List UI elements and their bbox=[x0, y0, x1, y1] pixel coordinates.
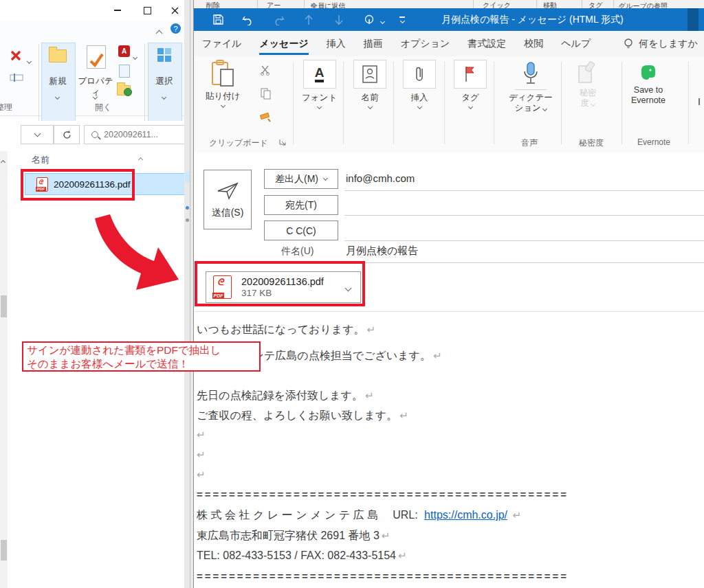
background-ribbon-strip: 削除 アー ⇰ 全員に返信 クイック 移動 タグ ⌕ グループの参照 bbox=[194, 0, 704, 8]
microphone-icon bbox=[522, 62, 540, 87]
paperclip-icon bbox=[403, 60, 436, 89]
close-icon[interactable] bbox=[164, 3, 186, 18]
tab-options[interactable]: オプション bbox=[401, 32, 450, 55]
tab-draw[interactable]: 描画 bbox=[364, 32, 383, 55]
select-dropdown-icon bbox=[162, 89, 166, 102]
signature-address-line: 東広島市志和町冠字猪伏 2691 番地 3↵ bbox=[197, 529, 390, 543]
new-folder-icon bbox=[49, 49, 67, 63]
titlebar: 月例点検の報告 - メッセージ (HTML 形式) bbox=[194, 8, 704, 31]
new-dropdown-icon bbox=[56, 89, 59, 102]
delete-icon[interactable] bbox=[10, 49, 22, 65]
undo-icon[interactable] bbox=[239, 12, 257, 28]
tags-button[interactable]: タグ bbox=[454, 60, 487, 109]
attach-file-button[interactable]: 挿入 bbox=[403, 60, 436, 109]
copy-icon[interactable] bbox=[261, 88, 272, 102]
annotation-box-file bbox=[21, 169, 135, 201]
acrobat-icon[interactable]: A bbox=[118, 45, 130, 57]
explorer-ribbon: ? 整理 新規 プロパティ A bbox=[0, 21, 184, 116]
previous-item-icon[interactable] bbox=[300, 12, 318, 28]
clipped-group: I bbox=[698, 96, 701, 107]
scroll-up-icon[interactable] bbox=[1, 155, 5, 167]
subject-label: 件名(U) bbox=[281, 245, 314, 258]
tab-format[interactable]: 書式設定 bbox=[468, 32, 506, 55]
redo-icon[interactable] bbox=[270, 12, 287, 28]
dictation-button[interactable]: ディクテーション bbox=[509, 62, 553, 113]
cut-icon[interactable] bbox=[260, 65, 271, 78]
window-title: 月例点検の報告 - メッセージ (HTML 形式) bbox=[441, 8, 624, 31]
tab-insert[interactable]: 挿入 bbox=[327, 32, 346, 55]
save-icon[interactable] bbox=[209, 12, 227, 28]
collapse-ribbon-icon[interactable] bbox=[157, 26, 162, 38]
maximize-icon[interactable] bbox=[136, 3, 158, 18]
history-icon[interactable] bbox=[117, 85, 131, 95]
subject-value[interactable]: 月例点検の報告 bbox=[346, 245, 418, 258]
minimize-icon[interactable] bbox=[107, 3, 129, 18]
refresh-button[interactable] bbox=[54, 125, 80, 144]
save-to-evernote-button[interactable]: Save toEvernote bbox=[631, 63, 666, 106]
explorer-addressbar: 2020092611... bbox=[0, 121, 184, 148]
scrollbar[interactable] bbox=[0, 151, 8, 588]
annotation-callout: サインが連動された書類をPDFで抽出し そのままお客様へメールで送信！ bbox=[22, 341, 261, 372]
scrollbar-thumb[interactable] bbox=[1, 295, 7, 317]
return-mark: ↵ bbox=[433, 350, 442, 361]
flag-icon bbox=[454, 60, 487, 89]
screenshot-root: ? 整理 新規 プロパティ A bbox=[0, 0, 704, 588]
bg-tab-move: 移動 bbox=[543, 1, 557, 8]
return-mark: ↵ bbox=[399, 409, 408, 421]
delete-dropdown-icon[interactable] bbox=[28, 54, 31, 66]
body-empty-line: ↵ bbox=[197, 429, 206, 441]
format-painter-icon[interactable] bbox=[259, 113, 272, 126]
search-value: 2020092611... bbox=[104, 130, 158, 139]
sort-ascending-icon[interactable] bbox=[139, 152, 142, 164]
to-button[interactable]: 宛先(T) bbox=[264, 195, 338, 215]
send-icon bbox=[215, 181, 240, 201]
tab-review[interactable]: 校閲 bbox=[524, 32, 543, 55]
bg-tab-archive: アー bbox=[267, 1, 280, 8]
font-button[interactable]: A フォント bbox=[302, 60, 337, 109]
signature-tel-line: TEL: 082-433-5153 / FAX: 082-433-5154↵ bbox=[197, 550, 407, 562]
callout-line-2: そのままお客様へメールで送信！ bbox=[27, 357, 256, 371]
company-name: 株式会社クレーンメンテ広島 bbox=[197, 509, 382, 521]
from-button[interactable]: 差出人(M) bbox=[264, 169, 338, 189]
touch-mode-icon[interactable] bbox=[360, 12, 378, 28]
customize-qat-icon[interactable] bbox=[399, 16, 405, 22]
select-label: 選択 bbox=[149, 76, 179, 87]
tab-file[interactable]: ファイル bbox=[202, 32, 241, 55]
annotation-arrow bbox=[82, 206, 192, 302]
clipboard-group-label: クリップボード bbox=[209, 137, 260, 149]
edit-icon[interactable] bbox=[119, 65, 130, 78]
signature-url-link[interactable]: https://cmh.co.jp/ bbox=[424, 509, 507, 521]
return-mark: ↵ bbox=[367, 324, 376, 335]
open-group-label: 開く bbox=[95, 102, 111, 113]
body-empty-line: ↵ bbox=[197, 449, 206, 461]
address-dropdown[interactable] bbox=[21, 125, 54, 144]
sensitivity-group-label: 秘密度 bbox=[573, 137, 609, 149]
clipboard-dialog-launcher-icon[interactable] bbox=[279, 136, 286, 148]
touch-mode-dropdown-icon[interactable] bbox=[381, 14, 384, 26]
name-button[interactable]: 名前 bbox=[353, 60, 386, 109]
callout-line-1: サインが連動された書類をPDFで抽出し bbox=[27, 343, 256, 357]
from-value[interactable]: info@cmh.com bbox=[346, 172, 415, 184]
body-line: ご査収の程、よろしくお願い致します。↵ bbox=[197, 409, 408, 423]
cc-button[interactable]: C C(C) bbox=[264, 220, 338, 240]
signature-divider: ========================================… bbox=[197, 570, 569, 582]
paste-button[interactable]: 貼り付け bbox=[206, 60, 241, 107]
tab-message[interactable]: メッセージ bbox=[259, 32, 308, 55]
return-mark: ↵ bbox=[382, 530, 390, 541]
next-item-icon[interactable] bbox=[330, 12, 348, 28]
search-input[interactable]: 2020092611... bbox=[84, 125, 192, 144]
paste-icon bbox=[211, 60, 234, 87]
tell-me-box[interactable]: 何をしますか bbox=[624, 38, 698, 50]
rename-icon[interactable] bbox=[10, 73, 23, 85]
acrobat-dropdown-icon[interactable] bbox=[133, 49, 137, 62]
help-icon[interactable]: ? bbox=[170, 23, 181, 34]
quick-access-toolbar bbox=[209, 8, 405, 31]
sensitivity-button: 秘密度 bbox=[576, 60, 600, 109]
name-column-header[interactable]: 名前 bbox=[32, 154, 50, 166]
organize-group-label: 整理 bbox=[0, 102, 12, 113]
tab-help[interactable]: ヘルプ bbox=[561, 32, 591, 55]
font-icon: A bbox=[303, 60, 336, 89]
properties-icon[interactable] bbox=[87, 45, 106, 69]
scrollbar-thumb-2[interactable] bbox=[1, 540, 7, 561]
send-button[interactable]: 送信(S) bbox=[204, 170, 252, 229]
